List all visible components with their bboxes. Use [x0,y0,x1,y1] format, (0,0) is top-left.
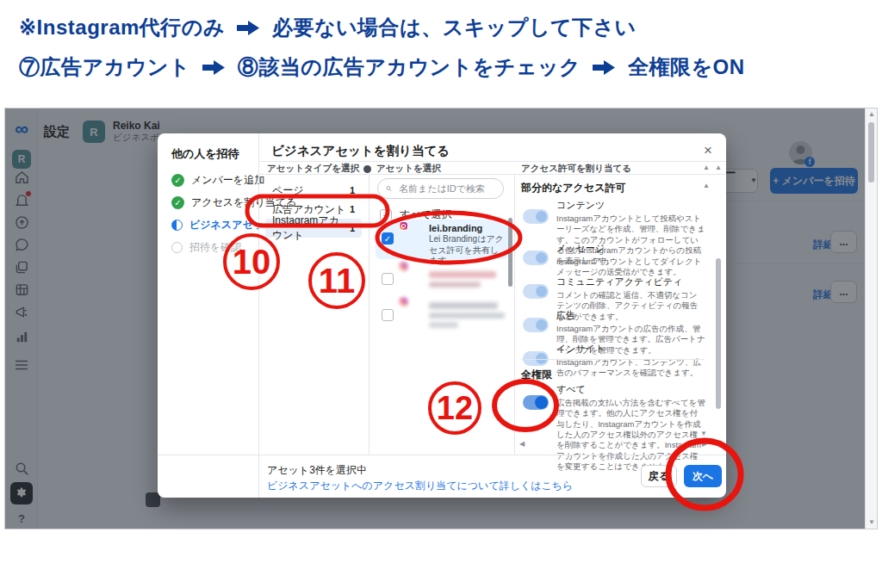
collapse-up-icon[interactable]: ▲ [703,164,710,171]
scroll-down-icon[interactable]: ▼ [868,519,875,526]
asset-list-scrollbar-thumb[interactable] [508,218,512,287]
asset-search-box[interactable] [377,178,504,199]
instruction-line-1: ※Instagram代行のみ 必要ない場合は、スキップして下さい [19,14,637,41]
permissions-scrollbar-thumb[interactable] [716,258,721,409]
check-icon: ✓ [171,174,184,187]
permission-description: Instagramアカウントとしてダイレクトメッセージの送受信ができます。 [556,257,705,278]
full-permissions-title: 全権限 [521,368,552,382]
messages-toggle[interactable] [523,251,549,265]
permission-label: コミュニティアクティビティ [556,275,705,288]
dialog-steps-title: 他の人を招待 [171,146,239,162]
permission-messages: メッセージ Instagramアカウントとしてダイレクトメッセージの送受信ができ… [523,242,705,278]
page-scrollbar[interactable]: ▲ ▼ [865,108,877,529]
asset-checkbox-checked[interactable]: ✓ [382,232,394,244]
next-button[interactable]: 次へ [684,465,722,487]
search-icon [386,183,392,194]
instruction-line1-tail: 必要ない場合は、スキップして下さい [272,14,637,41]
permission-label: すべて [556,383,705,396]
asset-row-selected[interactable]: ✓ lei.branding Lei Brandingはアクセス許可を共有します [376,220,508,259]
ads-toggle[interactable] [523,318,549,332]
page-scrollbar-thumb[interactable] [868,122,874,183]
dialog-title: ビジネスアセットを割り当てる [271,143,450,159]
asset-type-label: Instagramアカウント [272,214,350,243]
permission-description: Instagramアカウント、コンテンツ、広告のパフォーマンスを確認できます。 [556,357,705,379]
asset-type-pages[interactable]: ページ 1 [265,181,362,200]
divider [258,174,726,175]
partial-permissions-title: 部分的なアクセス許可 [521,181,625,195]
back-label: 戻る [649,469,669,484]
instruction-line1-lead: ※Instagram代行のみ [19,14,225,41]
asset-type-header-label: アセットタイプを選択 [267,163,359,175]
assign-assets-dialog: 他の人を招待 ✓ メンバーを追加 ✓ アクセスを割り当てる ビジネスアセットを割… [158,133,726,498]
selected-count-text: アセット3件を選択中 [267,463,367,478]
asset-type-label: ページ [272,183,304,198]
asset-row-blurred[interactable] [376,297,508,335]
asset-row-blurred[interactable] [376,264,508,295]
divider [258,161,726,162]
blurred-text [429,302,498,309]
instagram-badge-icon [399,262,408,271]
instruction-full-permission: 全権限をON [628,53,745,81]
permissions-column-header: アクセス許可を割り当てる [521,163,631,175]
asset-select-column-header: アセットを選択 [376,163,441,175]
permission-label: 広告 [556,309,705,322]
community-activity-toggle[interactable] [523,284,549,299]
permission-everything: すべて 広告掲載の支払い方法を含むすべてを管理できます。他の人にアクセス権を付与… [523,383,705,472]
permission-label: メッセージ [556,242,705,255]
right-arrow-icon [593,60,616,75]
check-icon: ✓ [171,196,184,209]
scroll-up-icon[interactable]: ▲ [868,111,875,118]
blurred-text [429,322,458,328]
divider [369,174,370,455]
blurred-text [429,282,481,288]
permission-label: インサイト [556,343,705,356]
tutorial-screenshot: { "annotation": { "red": "#e8150f", "blu… [0,0,882,588]
divider [521,359,704,360]
instruction-step7: ⑦広告アカウント [19,53,190,81]
asset-type-instagram-accounts[interactable]: Instagramアカウント 1 [265,219,362,238]
scroll-up-icon[interactable]: ▲ [715,164,722,171]
instruction-step8: ⑧該当の広告アカウントをチェック [238,53,581,81]
collapse-up-icon[interactable]: ▲ [703,183,710,189]
pending-icon [171,242,183,253]
asset-name: lei.branding [429,223,482,233]
instruction-line-2: ⑦広告アカウント ⑧該当の広告アカウントをチェック 全権限をON [19,53,745,81]
permission-description: 広告掲載の支払い方法を含むすべてを管理できます。他の人にアクセス権を付与したり、… [556,398,705,472]
step-label: 招待を確認 [189,240,241,255]
half-progress-icon [171,220,183,231]
right-arrow-icon [237,21,260,35]
asset-checkbox[interactable] [382,273,394,285]
asset-description: Lei Brandingはアクセス許可を共有します [429,234,506,267]
asset-type-count: 1 [350,185,355,195]
back-button[interactable]: 戻る [641,465,677,487]
divider [258,133,259,498]
right-arrow-icon [202,60,226,75]
asset-type-column-header: アセットタイプを選択 [267,163,371,175]
asset-select-header-label: アセットを選択 [376,163,441,175]
asset-checkbox[interactable] [382,309,394,321]
permission-label: コンテンツ [556,199,705,212]
divider [514,174,515,455]
divider [158,455,726,455]
asset-search-input[interactable] [397,183,495,195]
content-toggle[interactable] [523,209,549,224]
info-icon[interactable] [363,165,371,173]
step-label: メンバーを追加 [191,173,264,188]
step-review-invite: 招待を確認 [171,240,241,255]
scroll-down-icon[interactable]: ▼ [700,430,707,437]
next-label: 次へ [693,469,713,484]
asset-type-count: 1 [350,204,355,214]
full-control-toggle[interactable] [523,395,549,410]
permissions-header-label: アクセス許可を割り当てる [521,163,631,175]
blurred-text [429,271,496,278]
instagram-badge-icon [399,221,408,231]
instagram-badge-icon [399,297,408,306]
close-icon[interactable]: × [704,143,712,158]
scroll-right-icon[interactable]: ▶ [702,441,707,448]
blurred-text [429,313,505,319]
step-add-members: ✓ メンバーを追加 [171,173,264,188]
learn-more-link[interactable]: ビジネスアセットへのアクセス割り当てについて詳しくはこちら [267,479,573,493]
asset-type-count: 1 [350,223,355,233]
scroll-left-icon[interactable]: ◀ [519,441,525,448]
